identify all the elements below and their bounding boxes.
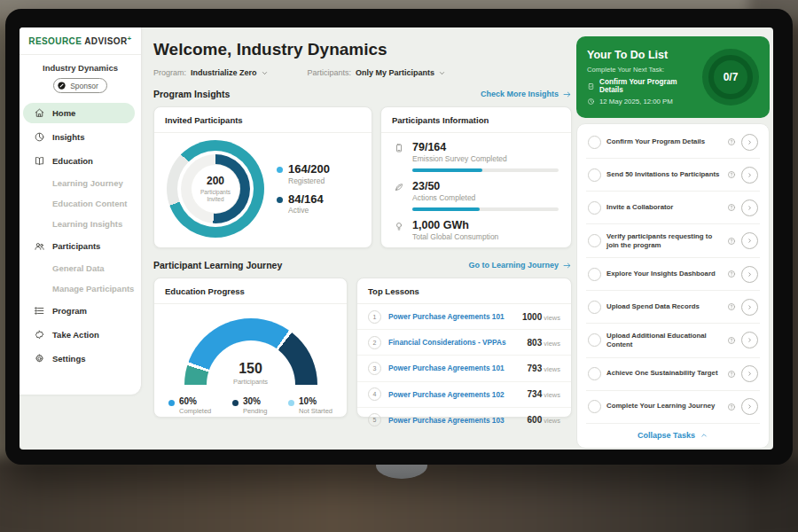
sidebar-item-learning-insights[interactable]: Learning Insights [20, 214, 141, 234]
lesson-link[interactable]: Power Purchase Agreements 101 [388, 312, 515, 321]
lesson-link[interactable]: Power Purchase Agreements 103 [388, 416, 520, 425]
task-checkbox[interactable] [588, 168, 601, 182]
question-icon[interactable] [727, 403, 736, 411]
question-icon[interactable] [727, 237, 736, 246]
task-row: Upload Spend Data Records [586, 291, 760, 324]
card-title: Education Progress [154, 278, 347, 304]
task-go-button[interactable] [741, 167, 758, 184]
home-icon [34, 107, 45, 119]
todo-title: Your To Do List [587, 49, 702, 61]
task-checkbox[interactable] [588, 301, 601, 314]
task-checkbox[interactable] [588, 136, 601, 149]
sponsor-badge[interactable]: Sponsor [53, 78, 107, 93]
go-to-learning-journey-link[interactable]: Go to Learning Journey [468, 261, 572, 270]
lesson-row: 3 Power Purchase Agreements 101 793views [357, 356, 571, 381]
sidebar-item-label: Manage Participants [52, 284, 134, 293]
lesson-row: 2 Financial Considerations - VPPAs 803vi… [357, 330, 571, 356]
legend-dot [168, 400, 175, 406]
sidebar-item-take-action[interactable]: Take Action [20, 323, 141, 347]
main-content: Welcome, Industry Dynamics Program: Indu… [153, 27, 572, 418]
task-go-button[interactable] [741, 332, 758, 348]
sidebar-item-education[interactable]: Education [20, 149, 141, 173]
task-checkbox[interactable] [588, 268, 601, 281]
task-row: Send 50 Invitations to Participants [586, 159, 760, 192]
lesson-link[interactable]: Power Purchase Agreements 102 [388, 390, 520, 399]
question-icon[interactable] [727, 270, 736, 278]
education-progress-gauge-chart: 150 Participants [184, 318, 317, 386]
task-go-button[interactable] [741, 266, 758, 283]
task-checkbox[interactable] [588, 201, 601, 215]
app-logo: RESOURCE ADVISOR+ [20, 27, 141, 55]
program-insights-header: Program Insights Check More Insights [153, 89, 572, 99]
gear-icon [34, 353, 45, 364]
participants-filter[interactable]: Participants: Only My Participants [308, 68, 447, 77]
logo-plus: + [128, 35, 132, 43]
sidebar-item-settings[interactable]: Settings [20, 347, 141, 371]
collapse-tasks-link[interactable]: Collapse Tasks [586, 424, 760, 442]
chevron-up-icon [700, 431, 708, 440]
dashboard-screen: RESOURCE ADVISOR+ Industry Dynamics Spon… [20, 27, 773, 450]
stat-label: Emission Survey Completed [412, 154, 559, 163]
legend-dot [277, 197, 283, 203]
legend-item-completed: 60% Completed [168, 396, 211, 415]
task-go-button[interactable] [741, 398, 758, 415]
sidebar-item-home[interactable]: Home [23, 103, 135, 123]
legend-label: Registered [288, 176, 330, 185]
question-icon[interactable] [727, 203, 736, 212]
sidebar-item-participants[interactable]: Participants [20, 234, 141, 258]
clock-icon [587, 98, 595, 106]
gauge-center-value: 150 [184, 361, 317, 377]
program-filter-value: Industrialize Zero [191, 68, 257, 77]
lesson-rank: 2 [368, 336, 381, 349]
gauge-center-label: Participants [184, 378, 317, 386]
invited-participants-card: Invited Participants 200 Participants In… [153, 106, 372, 248]
task-go-button[interactable] [741, 299, 758, 316]
check-more-insights-link[interactable]: Check More Insights [481, 90, 572, 99]
lesson-rank: 4 [368, 387, 381, 401]
task-go-button[interactable] [741, 134, 758, 151]
lesson-link[interactable]: Power Purchase Agreements 101 [388, 364, 520, 372]
sidebar-item-manage-participants[interactable]: Manage Participants [20, 278, 141, 299]
legend-dot [277, 167, 283, 173]
task-checkbox[interactable] [588, 400, 601, 413]
sidebar-item-label: Home [52, 108, 75, 118]
invited-participants-donut-chart: 200 Participants Invited [167, 140, 264, 238]
sidebar-item-label: Learning Journey [52, 178, 123, 188]
task-go-button[interactable] [741, 200, 758, 216]
program-filter[interactable]: Program: Industrialize Zero [153, 68, 269, 77]
task-go-button[interactable] [741, 365, 758, 382]
screenshot: RESOURCE ADVISOR+ Industry Dynamics Spon… [0, 0, 798, 532]
sidebar-item-general-data[interactable]: General Data [20, 258, 141, 278]
question-icon[interactable] [727, 336, 736, 345]
lesson-rank: 1 [368, 310, 381, 324]
question-icon[interactable] [727, 170, 736, 179]
monitor-bezel: RESOURCE ADVISOR+ Industry Dynamics Spon… [5, 9, 793, 465]
lesson-link[interactable]: Financial Considerations - VPPAs [388, 338, 520, 347]
sidebar-item-program[interactable]: Program [20, 299, 141, 323]
sidebar-item-education-content[interactable]: Education Content [20, 193, 141, 214]
question-icon[interactable] [727, 137, 736, 146]
question-icon[interactable] [727, 302, 736, 311]
participants-filter-value: Only My Participants [356, 68, 434, 77]
program-filter-label: Program: [153, 68, 186, 77]
sidebar-item-insights[interactable]: Insights [20, 125, 141, 149]
sidebar-item-label: Learning Insights [52, 219, 122, 229]
todo-summary-card: Your To Do List Complete Your Next Task:… [576, 36, 770, 118]
task-go-button[interactable] [741, 232, 758, 249]
lesson-views: 803views [528, 338, 560, 348]
sidebar-item-learning-journey[interactable]: Learning Journey [20, 173, 141, 193]
logo-text-advisor: ADVISOR+ [84, 35, 131, 46]
section-title: Program Insights [153, 89, 230, 99]
legend-item-not-started: 10% Not Started [288, 396, 332, 415]
stat-consumption: 1,000 GWh Total Global Consumption [381, 211, 571, 241]
task-checkbox[interactable] [588, 367, 601, 380]
legend-dot [288, 400, 294, 406]
question-icon[interactable] [727, 370, 736, 379]
stat-value: 23/50 [412, 180, 559, 192]
task-row: Verify participants requesting to join t… [586, 224, 760, 258]
participants-information-card: Participants Information 79/164 Emission… [380, 106, 572, 248]
task-checkbox[interactable] [588, 333, 601, 347]
stat-actions-completed: 23/50 Actions Completed [381, 172, 571, 211]
task-checkbox[interactable] [588, 234, 601, 247]
todo-progress-ring: 0/7 [702, 49, 759, 106]
